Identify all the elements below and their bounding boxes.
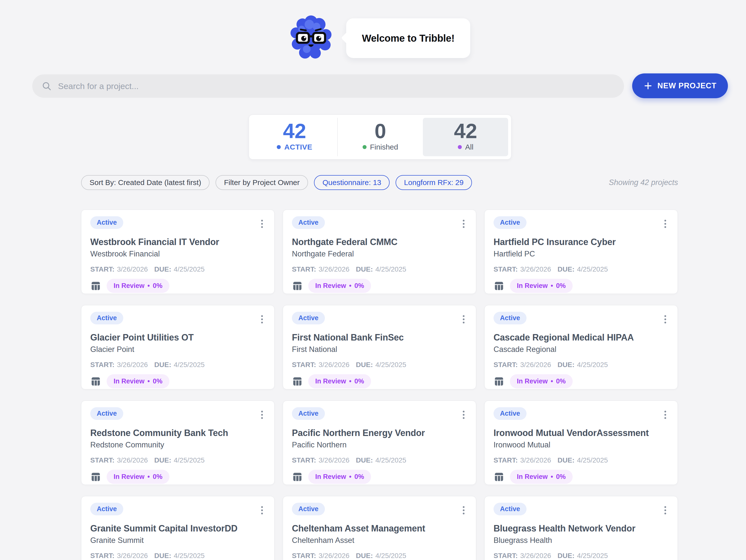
review-status-badge: In Review • 0% <box>107 470 169 484</box>
status-badge: Active <box>90 312 123 325</box>
start-label: START: <box>292 361 316 369</box>
card-menu-button[interactable] <box>662 217 669 231</box>
kebab-icon <box>261 220 263 222</box>
project-dates: START: 3/26/2026 DUE: 4/25/2025 <box>493 265 669 273</box>
due-date: 4/25/2025 <box>577 456 608 464</box>
project-card[interactable]: Active Cheltenham Asset Management Chelt… <box>283 496 476 560</box>
project-owner: Glacier Point <box>90 345 265 354</box>
due-label: DUE: <box>356 265 373 273</box>
status-badge: Active <box>90 407 123 420</box>
due-label: DUE: <box>557 552 574 560</box>
project-card[interactable]: Active Cascade Regional Medical HIPAA Ca… <box>484 305 678 389</box>
active-dot-icon <box>277 145 281 149</box>
project-dates: START: 3/26/2026 DUE: 4/25/2025 <box>493 552 669 560</box>
stat-all[interactable]: 42 All <box>423 118 508 156</box>
dot-separator: • <box>148 378 150 385</box>
due-label: DUE: <box>557 361 574 369</box>
due-date: 4/25/2025 <box>375 265 406 273</box>
all-count: 42 <box>454 123 477 139</box>
card-menu-button[interactable] <box>460 312 467 326</box>
due-label: DUE: <box>154 361 171 369</box>
start-label: START: <box>292 265 316 273</box>
card-menu-button[interactable] <box>460 503 467 517</box>
card-menu-button[interactable] <box>259 217 265 231</box>
project-card[interactable]: Active Redstone Community Bank Tech Reds… <box>81 400 275 485</box>
project-owner: Hartfield PC <box>493 250 669 258</box>
showing-count: Showing 42 projects <box>609 178 678 187</box>
review-label: In Review <box>315 473 346 480</box>
start-date: 3/26/2026 <box>318 552 349 560</box>
project-card[interactable]: Active Glacier Point Utilities OT Glacie… <box>81 305 275 389</box>
project-card[interactable]: Active Ironwood Mutual VendorAssessment … <box>484 400 678 485</box>
project-card[interactable]: Active Hartfield PC Insurance Cyber Hart… <box>484 209 678 294</box>
project-owner: Redstone Community <box>90 441 265 449</box>
start-label: START: <box>90 361 114 369</box>
finished-dot-icon <box>363 145 367 149</box>
tribble-mascot-icon <box>290 15 332 60</box>
start-date: 3/26/2026 <box>117 456 148 464</box>
status-badge: Active <box>292 503 325 515</box>
start-label: START: <box>493 361 518 369</box>
project-title: Ironwood Mutual VendorAssessment <box>493 428 669 438</box>
project-owner: Ironwood Mutual <box>493 441 669 449</box>
start-date: 3/26/2026 <box>520 552 551 560</box>
project-search[interactable] <box>32 75 624 98</box>
review-progress: 0% <box>153 282 163 289</box>
table-icon <box>292 472 303 482</box>
project-card[interactable]: Active Pacific Northern Energy Vendor Pa… <box>283 400 476 485</box>
project-card[interactable]: Active Bluegrass Health Network Vendor B… <box>484 496 678 560</box>
project-owner: Bluegrass Health <box>493 536 669 545</box>
new-project-button[interactable]: NEW PROJECT <box>632 74 728 98</box>
due-label: DUE: <box>154 265 171 273</box>
status-badge: Active <box>493 407 526 420</box>
dot-separator: • <box>551 282 553 289</box>
card-menu-button[interactable] <box>460 217 467 231</box>
project-title: Bluegrass Health Network Vendor <box>493 523 669 534</box>
review-label: In Review <box>315 282 346 289</box>
kebab-icon <box>664 220 666 222</box>
start-label: START: <box>90 456 114 464</box>
project-card[interactable]: Active Westbrook Financial IT Vendor Wes… <box>81 209 275 294</box>
due-label: DUE: <box>557 265 574 273</box>
card-menu-button[interactable] <box>259 312 265 326</box>
sort-chip[interactable]: Sort By: Created Date (latest first) <box>81 175 209 190</box>
stat-finished[interactable]: 0 Finished <box>337 118 423 156</box>
welcome-text: Welcome to Tribble! <box>362 33 455 44</box>
dot-separator: • <box>551 473 553 480</box>
review-label: In Review <box>517 378 548 385</box>
start-label: START: <box>292 552 316 560</box>
start-label: START: <box>493 456 518 464</box>
search-input[interactable] <box>58 81 614 91</box>
dot-separator: • <box>551 378 553 385</box>
review-progress: 0% <box>153 378 163 385</box>
due-date: 4/25/2025 <box>174 552 205 560</box>
card-menu-button[interactable] <box>259 503 265 517</box>
card-menu-button[interactable] <box>662 312 669 326</box>
card-menu-button[interactable] <box>662 408 669 422</box>
project-stats: 42 ACTIVE 0 Finished 42 All <box>249 115 511 160</box>
project-owner: Cheltenham Asset <box>292 536 467 545</box>
project-card[interactable]: Active First National Bank FinSec First … <box>283 305 476 389</box>
card-menu-button[interactable] <box>662 503 669 517</box>
stat-active[interactable]: 42 ACTIVE <box>252 118 337 156</box>
finished-label: Finished <box>370 143 398 151</box>
due-date: 4/25/2025 <box>174 265 205 273</box>
status-badge: Active <box>493 216 526 229</box>
start-date: 3/26/2026 <box>520 361 551 369</box>
project-owner: Pacific Northern <box>292 441 467 449</box>
dot-separator: • <box>349 282 351 289</box>
project-card[interactable]: Active Northgate Federal CMMC Northgate … <box>283 209 476 294</box>
project-dates: START: 3/26/2026 DUE: 4/25/2025 <box>90 552 265 560</box>
status-badge: Active <box>90 503 123 515</box>
review-progress: 0% <box>556 378 566 385</box>
project-dates: START: 3/26/2026 DUE: 4/25/2025 <box>292 265 467 273</box>
questionnaire-filter-chip[interactable]: Questionnaire: 13 <box>314 175 390 190</box>
owner-filter-chip[interactable]: Filter by Project Owner <box>216 175 308 190</box>
project-dates: START: 3/26/2026 DUE: 4/25/2025 <box>292 361 467 369</box>
project-card[interactable]: Active Granite Summit Capital InvestorDD… <box>81 496 275 560</box>
card-menu-button[interactable] <box>460 408 467 422</box>
table-icon <box>493 280 505 291</box>
longform-filter-chip[interactable]: Longform RFx: 29 <box>396 175 472 190</box>
start-label: START: <box>493 552 518 560</box>
card-menu-button[interactable] <box>259 408 265 422</box>
